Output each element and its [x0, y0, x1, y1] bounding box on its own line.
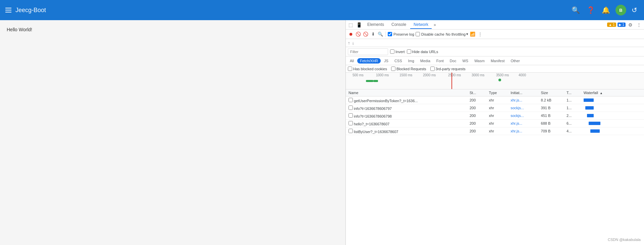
- help-icon[interactable]: ❓: [585, 5, 596, 15]
- tab-media[interactable]: Media: [418, 58, 433, 64]
- tab-network[interactable]: Network: [410, 21, 432, 29]
- third-party-requests-label[interactable]: 3rd-party requests: [430, 67, 466, 71]
- col-initiator[interactable]: Initiat...: [508, 89, 538, 96]
- record-icon[interactable]: ⏺: [348, 31, 354, 37]
- search-icon[interactable]: 🔍: [570, 5, 581, 15]
- cell-status-4: 200: [467, 127, 486, 135]
- timeline-ruler: 500 ms 1000 ms 1500 ms 2000 ms 2500 ms 3…: [346, 73, 644, 89]
- tab-manifest[interactable]: Manifest: [488, 58, 507, 64]
- filter-input[interactable]: [348, 48, 388, 55]
- row-checkbox-2[interactable]: [348, 113, 353, 118]
- hamburger-menu[interactable]: [5, 8, 11, 12]
- tab-all[interactable]: All: [347, 58, 357, 64]
- cell-waterfall-3: [581, 120, 644, 127]
- hide-data-urls-checkbox[interactable]: [407, 49, 411, 54]
- sort-icon: ▲: [600, 91, 603, 95]
- table-header-row: Name St... Type Initiat... Size T... Wat…: [346, 89, 644, 96]
- chevron-down-icon: ▾: [466, 32, 468, 36]
- tab-ws[interactable]: WS: [460, 58, 471, 64]
- ruler-2000: 2000 ms: [423, 73, 436, 77]
- table-row[interactable]: hello?_t=1636678607 200 xhr xhr.js... 68…: [346, 120, 644, 127]
- disable-cache-label[interactable]: Disable cache: [416, 32, 444, 36]
- has-blocked-cookies-label[interactable]: Has blocked cookies: [348, 67, 387, 71]
- more-icon[interactable]: ⋮: [635, 22, 643, 28]
- tab-wasm[interactable]: Wasm: [472, 58, 487, 64]
- clear-icon[interactable]: 🚫: [363, 31, 369, 37]
- upload-icon[interactable]: ↑: [348, 40, 350, 45]
- filter-icon[interactable]: ⬇: [370, 31, 376, 37]
- tab-font[interactable]: Font: [434, 58, 446, 64]
- timeline-bar-green1: [366, 80, 373, 82]
- col-status[interactable]: St...: [467, 89, 486, 96]
- tab-doc[interactable]: Doc: [447, 58, 459, 64]
- csdn-watermark: CSDN @kakabulala: [608, 238, 641, 242]
- red-line: [451, 73, 452, 89]
- tab-elements[interactable]: Elements: [364, 21, 387, 29]
- hide-data-urls-label[interactable]: Hide data URLs: [407, 49, 438, 54]
- refresh-icon[interactable]: ↺: [630, 5, 639, 15]
- cell-name-1: info?t=1636678606797: [346, 104, 467, 112]
- invert-checkbox[interactable]: [390, 49, 394, 54]
- col-size[interactable]: Size: [538, 89, 564, 96]
- tab-other[interactable]: Other: [508, 58, 523, 64]
- cell-size-2: 451 B: [538, 112, 564, 120]
- more2-icon[interactable]: ⋮: [477, 31, 483, 37]
- col-time[interactable]: T...: [564, 89, 581, 96]
- preserve-log-checkbox[interactable]: [388, 32, 392, 36]
- bell-icon[interactable]: 🔔: [600, 5, 611, 15]
- table-row[interactable]: getUserPermissionByToken?_t=1636... 200 …: [346, 96, 644, 104]
- cell-status-3: 200: [467, 120, 486, 127]
- table-row[interactable]: info?t=1636678606797 200 xhr sockjs... 3…: [346, 104, 644, 112]
- tab-console[interactable]: Console: [388, 21, 410, 29]
- devtools-upload-row: ↑ ↓: [346, 39, 644, 47]
- app-title: Jeecg-Boot: [15, 7, 46, 14]
- tab-fetch-xhr[interactable]: Fetch/XHR: [357, 58, 381, 64]
- col-type[interactable]: Type: [486, 89, 508, 96]
- table-row[interactable]: listByUser?_t=1636678607 200 xhr xhr.js.…: [346, 127, 644, 135]
- app-bar: Jeecg-Boot 🔍 ❓ 🔔 B ↺: [0, 0, 644, 20]
- settings-icon[interactable]: ⚙: [627, 22, 634, 28]
- ruler-1000: 1000 ms: [376, 73, 389, 77]
- preserve-log-label[interactable]: Preserve log: [388, 32, 414, 36]
- row-checkbox-0[interactable]: [348, 98, 353, 102]
- col-name[interactable]: Name: [346, 89, 467, 96]
- blocked-requests-checkbox[interactable]: [391, 67, 395, 71]
- cell-name-4: listByUser?_t=1636678607: [346, 127, 467, 135]
- inspect-icon[interactable]: ⬚: [347, 22, 354, 28]
- ruler-3000: 3000 ms: [472, 73, 484, 77]
- row-checkbox-4[interactable]: [348, 129, 353, 133]
- table-row[interactable]: info?t=1636678606798 200 xhr sockjs... 4…: [346, 112, 644, 120]
- throttle-selector[interactable]: No throttling ▾: [446, 32, 468, 36]
- cell-waterfall-2: [581, 112, 644, 120]
- cell-time-4: 4...: [564, 127, 581, 135]
- tab-img[interactable]: Img: [406, 58, 417, 64]
- stop-icon[interactable]: 🚫: [355, 31, 361, 37]
- search-network-icon[interactable]: 🔍: [377, 31, 383, 37]
- disable-cache-checkbox[interactable]: [416, 32, 420, 36]
- cell-initiator-3: xhr.js...: [508, 120, 538, 127]
- tab-more-icon[interactable]: »: [432, 23, 437, 27]
- row-checkbox-3[interactable]: [348, 121, 353, 125]
- network-table[interactable]: Name St... Type Initiat... Size T... Wat…: [346, 89, 644, 245]
- cell-time-0: 1...: [564, 96, 581, 104]
- cell-type-1: xhr: [486, 104, 508, 112]
- tab-css[interactable]: CSS: [392, 58, 405, 64]
- device-icon[interactable]: 📱: [355, 22, 363, 28]
- row-checkbox-1[interactable]: [348, 106, 353, 110]
- cell-status-2: 200: [467, 112, 486, 120]
- wifi-icon[interactable]: 📶: [470, 31, 476, 37]
- invert-checkbox-label[interactable]: Invert: [390, 49, 405, 54]
- tab-js[interactable]: JS: [381, 58, 391, 64]
- col-waterfall[interactable]: Waterfall ▲: [581, 89, 644, 96]
- cell-status-0: 200: [467, 96, 486, 104]
- download-icon[interactable]: ↓: [352, 40, 355, 45]
- third-party-requests-checkbox[interactable]: [430, 67, 435, 71]
- blocked-requests-label[interactable]: Blocked Requests: [391, 67, 426, 71]
- cell-initiator-2: sockjs...: [508, 112, 538, 120]
- has-blocked-cookies-checkbox[interactable]: [348, 67, 352, 71]
- ruler-2500: 2500 ms: [448, 73, 461, 77]
- cell-size-0: 8.2 kB: [538, 96, 564, 104]
- avatar[interactable]: B: [615, 5, 626, 15]
- cell-name-2: info?t=1636678606798: [346, 112, 467, 120]
- cell-initiator-1: sockjs...: [508, 104, 538, 112]
